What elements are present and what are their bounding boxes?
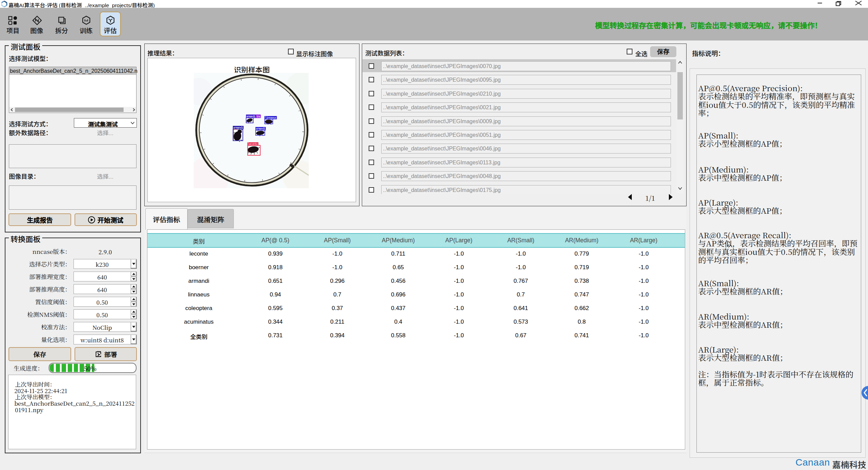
svg-text:tra: tra xyxy=(256,115,260,118)
svg-text:linnaeus: linnaeus xyxy=(265,116,276,120)
svg-text:leconte: leconte xyxy=(248,143,258,146)
svg-text:armandi: armandi xyxy=(256,127,266,131)
svg-text:armandi: armandi xyxy=(246,115,256,118)
svg-text:armandi: armandi xyxy=(233,126,243,130)
